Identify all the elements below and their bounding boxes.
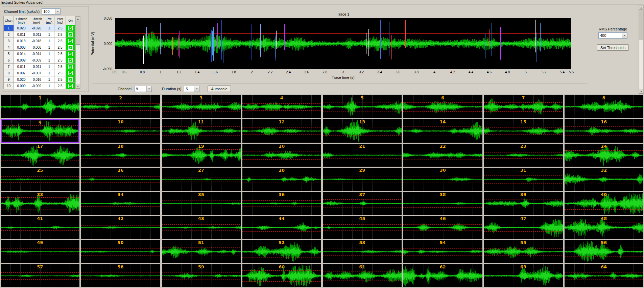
grid-cell-channel-45[interactable]: 45 <box>323 216 402 239</box>
grid-cell-channel-58[interactable]: 58 <box>81 264 160 287</box>
grid-cell-channel-34[interactable]: 34 <box>81 192 160 215</box>
grid-cell-channel-40[interactable]: 40 <box>565 192 643 215</box>
grid-cell-channel-43[interactable]: 43 <box>162 216 241 239</box>
on-cell[interactable]: ✓ <box>66 57 75 64</box>
scroll-down-icon[interactable]: ▼ <box>76 84 80 89</box>
chan-cell[interactable]: 2 <box>4 31 14 38</box>
grid-cell-channel-57[interactable]: 57 <box>1 264 79 287</box>
pre-cell[interactable]: 1 <box>44 64 54 70</box>
post-cell[interactable]: 2.5 <box>54 57 66 64</box>
neg-thresh-cell[interactable]: -0.007 <box>29 70 44 76</box>
grid-cell-channel-33[interactable]: 33 <box>1 192 79 215</box>
grid-cell-channel-24[interactable]: 24 <box>565 144 643 167</box>
grid-cell-channel-8[interactable]: 8 <box>565 95 643 118</box>
post-cell[interactable]: 2.5 <box>54 44 66 51</box>
chan-cell[interactable]: 10 <box>4 83 14 89</box>
on-cell[interactable]: ✓ <box>66 38 75 44</box>
scroll-down-icon[interactable]: ▼ <box>639 89 643 94</box>
grid-cell-channel-26[interactable]: 26 <box>81 168 160 191</box>
grid-cell-channel-46[interactable]: 46 <box>403 216 482 239</box>
neg-thresh-cell[interactable]: -0.009 <box>29 83 44 89</box>
grid-cell-channel-38[interactable]: 38 <box>403 192 482 215</box>
table-row[interactable]: 90.020-0.01612.5✓ <box>4 76 75 83</box>
grid-cell-channel-15[interactable]: 15 <box>484 119 563 142</box>
grid-cell-channel-4[interactable]: 4 <box>242 95 321 118</box>
post-cell[interactable]: 2.5 <box>54 64 66 70</box>
table-row[interactable]: 100.009-0.00912.5✓ <box>4 83 75 89</box>
grid-cell-channel-6[interactable]: 6 <box>403 95 482 118</box>
chan-cell[interactable]: 6 <box>4 57 14 64</box>
neg-thresh-cell[interactable]: -0.016 <box>29 76 44 83</box>
grid-cell-channel-17[interactable]: 17 <box>1 144 79 167</box>
table-row[interactable]: 70.011-0.01112.5✓ <box>4 64 75 70</box>
chan-cell[interactable]: 1 <box>4 25 14 31</box>
table-scrollbar-thumb[interactable] <box>76 21 80 45</box>
on-cell[interactable]: ✓ <box>66 51 75 57</box>
grid-cell-channel-64[interactable]: 64 <box>565 264 643 287</box>
grid-cell-channel-47[interactable]: 47 <box>484 216 563 239</box>
table-scrollbar-track[interactable] <box>76 21 80 84</box>
grid-cell-channel-54[interactable]: 54 <box>403 240 482 263</box>
grid-cell-channel-31[interactable]: 31 <box>484 168 563 191</box>
autoscale-button[interactable]: Autoscale <box>208 86 231 92</box>
post-cell[interactable]: 2.5 <box>54 51 66 57</box>
post-cell[interactable]: 2.5 <box>54 70 66 76</box>
neg-thresh-cell[interactable]: -0.018 <box>29 38 44 44</box>
on-checkbox[interactable]: ✓ <box>68 45 73 50</box>
chan-cell[interactable]: 8 <box>4 70 14 76</box>
on-checkbox[interactable]: ✓ <box>68 65 73 69</box>
on-checkbox[interactable]: ✓ <box>68 71 73 75</box>
channel-select[interactable]: 9 ▼ <box>134 86 152 92</box>
grid-cell-channel-21[interactable]: 21 <box>323 144 402 167</box>
main-scrollbar-thumb[interactable] <box>639 10 643 40</box>
pos-thresh-cell[interactable]: 0.007 <box>14 70 29 76</box>
set-thresholds-button[interactable]: Set Thresholds <box>597 44 629 51</box>
grid-cell-channel-10[interactable]: 10 <box>81 119 160 142</box>
table-row[interactable]: 50.014-0.01412.5✓ <box>4 51 75 57</box>
grid-cell-channel-2[interactable]: 2 <box>81 95 160 118</box>
rms-percentage-select[interactable]: 400 ▼ <box>598 32 627 39</box>
pre-cell[interactable]: 1 <box>44 51 54 57</box>
pre-cell[interactable]: 1 <box>44 44 54 51</box>
grid-cell-channel-42[interactable]: 42 <box>81 216 160 239</box>
neg-thresh-cell[interactable]: -0.008 <box>29 44 44 51</box>
on-cell[interactable]: ✓ <box>66 83 75 89</box>
grid-cell-channel-1[interactable]: 1 <box>1 95 79 118</box>
chevron-down-icon[interactable]: ▼ <box>55 9 60 14</box>
on-cell[interactable]: ✓ <box>66 76 75 83</box>
grid-cell-channel-30[interactable]: 30 <box>403 168 482 191</box>
grid-cell-channel-35[interactable]: 35 <box>162 192 241 215</box>
table-row[interactable]: 10.020-0.02012.5✓ <box>4 25 75 31</box>
pos-thresh-cell[interactable]: 0.018 <box>14 38 29 44</box>
on-cell[interactable]: ✓ <box>66 70 75 76</box>
grid-cell-channel-44[interactable]: 44 <box>242 216 321 239</box>
grid-cell-channel-41[interactable]: 41 <box>1 216 79 239</box>
grid-cell-channel-12[interactable]: 12 <box>242 119 321 142</box>
neg-thresh-cell[interactable]: -0.011 <box>29 64 44 70</box>
post-cell[interactable]: 2.5 <box>54 25 66 31</box>
grid-cell-channel-50[interactable]: 50 <box>81 240 160 263</box>
grid-cell-channel-29[interactable]: 29 <box>323 168 402 191</box>
scroll-up-icon[interactable]: ▲ <box>639 5 643 10</box>
pos-thresh-cell[interactable]: 0.020 <box>14 76 29 83</box>
chan-cell[interactable]: 7 <box>4 64 14 70</box>
pos-thresh-cell[interactable]: 0.009 <box>14 83 29 89</box>
grid-cell-channel-62[interactable]: 62 <box>403 264 482 287</box>
table-row[interactable]: 80.007-0.00712.5✓ <box>4 70 75 76</box>
grid-cell-channel-61[interactable]: 61 <box>323 264 402 287</box>
pos-thresh-cell[interactable]: 0.008 <box>14 44 29 51</box>
pre-cell[interactable]: 1 <box>44 83 54 89</box>
on-cell[interactable]: ✓ <box>66 31 75 38</box>
grid-cell-channel-52[interactable]: 52 <box>242 240 321 263</box>
pre-cell[interactable]: 1 <box>44 38 54 44</box>
neg-thresh-cell[interactable]: -0.009 <box>29 57 44 64</box>
grid-cell-channel-60[interactable]: 60 <box>242 264 321 287</box>
grid-cell-channel-55[interactable]: 55 <box>484 240 563 263</box>
on-checkbox[interactable]: ✓ <box>68 26 73 30</box>
grid-cell-channel-5[interactable]: 5 <box>323 95 402 118</box>
grid-cell-channel-51[interactable]: 51 <box>162 240 241 263</box>
grid-cell-channel-32[interactable]: 32 <box>565 168 643 191</box>
grid-cell-channel-9[interactable]: 9 <box>1 119 79 142</box>
on-checkbox[interactable]: ✓ <box>68 84 73 88</box>
grid-cell-channel-37[interactable]: 37 <box>323 192 402 215</box>
